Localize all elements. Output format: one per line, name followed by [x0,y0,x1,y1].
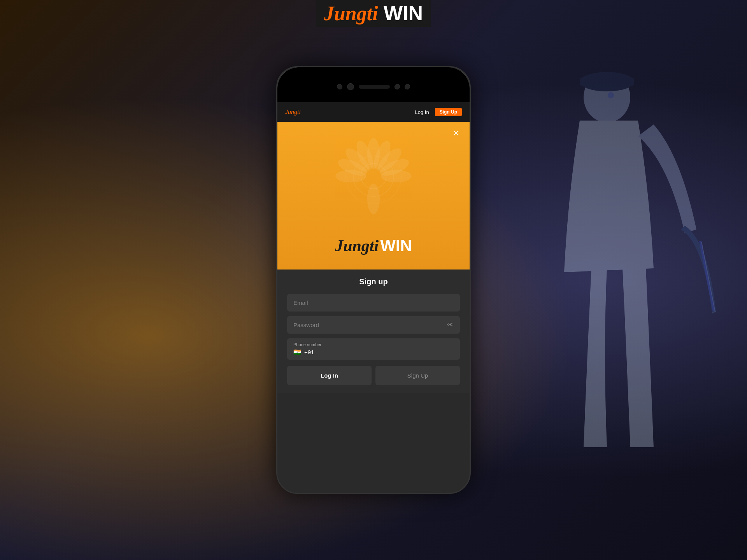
password-field[interactable]: Password 👁 [287,316,460,334]
svg-rect-2 [580,78,634,86]
svg-line-6 [701,242,715,312]
top-logo-container: Jungti WIN [316,0,431,27]
hero-logo-jungti: Jungti [335,238,379,254]
hero-logo-win: WIN [380,238,412,254]
eye-icon[interactable]: 👁 [447,322,454,329]
phone-prefix: +91 [304,349,314,355]
phone-notch [277,67,470,102]
power-button [470,176,471,207]
email-field[interactable]: Email [287,294,460,312]
top-logo-win: WIN [384,2,423,24]
volume-down-button [276,168,277,196]
top-logo-jungti: Jungti [324,2,378,24]
bixby-button [276,201,277,229]
phone-frame: Jungti Log In Sign Up ✕ [276,66,471,494]
app-header-logo: Jungti [285,108,301,116]
password-placeholder: Password [293,322,319,328]
app-header-tabs: Log In Sign Up [415,108,462,116]
svg-line-5 [700,241,714,311]
login-button[interactable]: Log In [287,366,372,385]
signup-form: Sign up Email Password 👁 Phone number 🇮🇳… [277,270,470,393]
form-title: Sign up [287,277,460,286]
earpiece [359,85,390,89]
front-sensor-3 [405,84,410,89]
signup-button[interactable]: Sign Up [375,366,460,385]
close-button[interactable]: ✕ [450,128,462,139]
cricket-player-illustration [444,39,716,506]
tab-login[interactable]: Log In [415,109,429,115]
mandala-watermark [323,126,424,227]
phone-mockup: Jungti Log In Sign Up ✕ [276,66,471,494]
form-buttons: Log In Sign Up [287,366,460,385]
phone-label: Phone number [293,342,454,347]
app-header: Jungti Log In Sign Up [277,102,470,122]
front-sensor-2 [395,84,400,89]
hero-section: ✕ [277,122,470,270]
phone-field[interactable]: Phone number 🇮🇳 +91 [287,338,460,360]
front-camera [347,83,354,90]
front-sensor [337,84,342,89]
volume-up-button [276,145,277,163]
camera-area [337,83,410,90]
hero-logo: Jungti WIN [335,238,412,254]
india-flag: 🇮🇳 [293,348,301,356]
email-placeholder: Email [293,299,308,306]
tab-signup-btn[interactable]: Sign Up [435,108,462,116]
svg-point-4 [608,92,614,98]
phone-screen: Jungti Log In Sign Up ✕ [277,102,470,493]
phone-value: 🇮🇳 +91 [293,348,454,356]
